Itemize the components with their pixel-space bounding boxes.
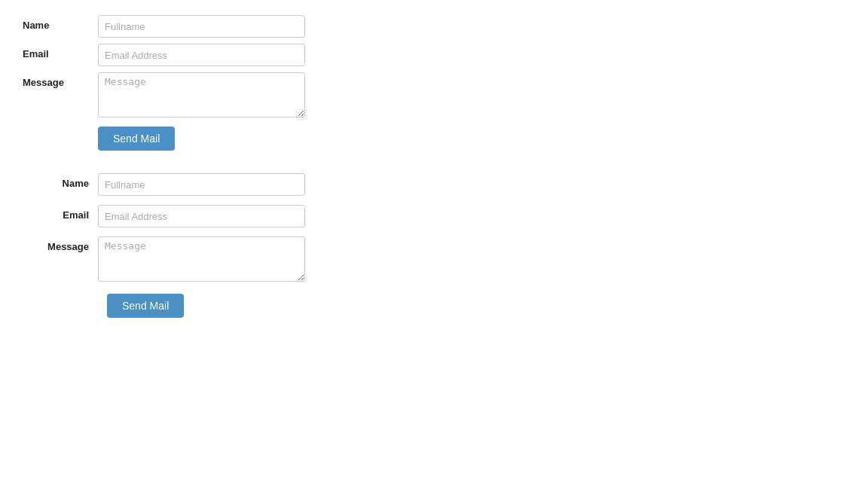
form-row-message-1: Message: [23, 72, 845, 117]
name-label-1: Name: [23, 15, 98, 31]
page-container: Name Email Message Send Mail Name Email …: [0, 0, 868, 333]
form-row-name-1: Name: [23, 15, 845, 38]
email-label-1: Email: [23, 44, 98, 59]
form-section-2: Name Email Message Send Mail: [23, 173, 845, 318]
message-textarea-1[interactable]: [98, 72, 305, 117]
name-input-2[interactable]: [98, 173, 305, 196]
message-label-1: Message: [23, 72, 98, 88]
send-mail-button-2[interactable]: Send Mail: [107, 294, 184, 318]
form-row-message-2: Message: [23, 236, 845, 282]
form-row-name-2: Name: [23, 173, 845, 196]
email-label-2: Email: [23, 205, 98, 221]
send-mail-button-1[interactable]: Send Mail: [98, 127, 175, 151]
form-row-email-2: Email: [23, 205, 845, 227]
message-label-2: Message: [23, 236, 98, 252]
form-section-1: Name Email Message Send Mail: [23, 15, 845, 151]
email-input-2[interactable]: [98, 205, 305, 227]
form-row-email-1: Email: [23, 44, 845, 66]
name-input-1[interactable]: [98, 15, 305, 38]
message-textarea-2[interactable]: [98, 236, 305, 282]
email-input-1[interactable]: [98, 44, 305, 66]
send-btn-row-1: Send Mail: [23, 124, 845, 151]
send-btn-row-2: Send Mail: [23, 291, 845, 318]
name-label-2: Name: [23, 173, 98, 189]
